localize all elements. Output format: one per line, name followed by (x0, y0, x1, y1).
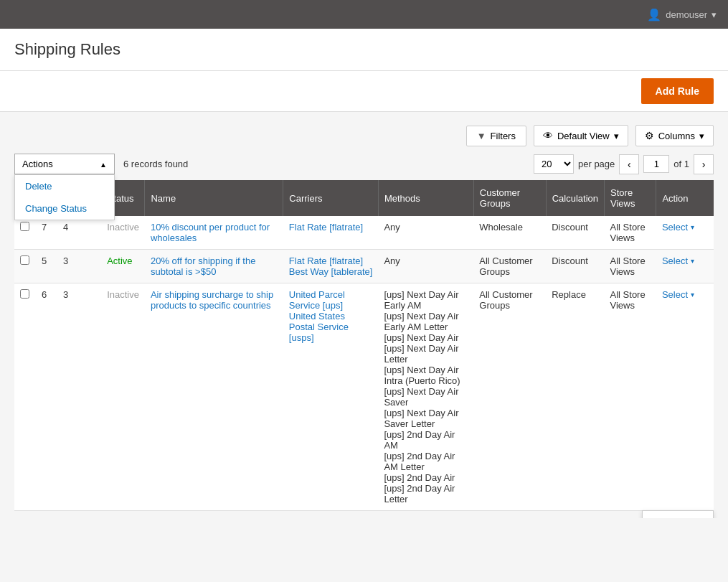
page-number-input[interactable] (643, 155, 669, 173)
row-checkbox[interactable] (20, 255, 29, 265)
table-row: 74Inactive10% discount per product for w… (14, 216, 714, 250)
th-action: Action (656, 180, 714, 216)
row-id: 5 (36, 250, 57, 283)
actions-change-status-item[interactable]: Change Status (15, 197, 114, 220)
select-arrow-icon: ▾ (691, 223, 694, 231)
row-status: Inactive (101, 216, 145, 250)
row-methods: Any (378, 250, 473, 283)
default-view-button[interactable]: Default View ▾ (534, 125, 628, 146)
filters-label: Filters (491, 131, 516, 141)
row-carriers: United Parcel Service [ups]United States… (283, 283, 379, 511)
actions-delete-item[interactable]: Delete (15, 175, 114, 197)
row-calculation: Discount (546, 216, 604, 250)
row-name-link[interactable]: 10% discount per product for wholesales (151, 222, 270, 243)
row-checkbox-cell (14, 216, 36, 250)
filter-icon: ▼ (477, 131, 486, 141)
row-calculation: Replace (546, 283, 604, 511)
row-customer-groups: All Customer Groups (473, 283, 546, 511)
row-priority: 3 (57, 250, 101, 283)
gear-icon (645, 130, 654, 141)
page-next-button[interactable]: › (694, 154, 714, 174)
actions-dropdown: Actions Delete Change Status (14, 154, 115, 174)
row-checkbox[interactable] (20, 222, 29, 231)
grid-toolbar: ▼ Filters Default View ▾ Columns ▾ (14, 125, 714, 146)
row-id: 6 (36, 283, 57, 511)
pagination: 20 50 100 per page ‹ of 1 › (534, 154, 714, 174)
row-priority: 3 (57, 283, 101, 511)
eye-icon (543, 130, 553, 141)
row-checkbox-cell (14, 250, 36, 283)
user-dropdown-arrow[interactable]: ▾ (712, 9, 717, 20)
row-methods: [ups] Next Day Air Early AM[ups] Next Da… (378, 283, 473, 511)
content-area: ▼ Filters Default View ▾ Columns ▾ Actio… (0, 112, 728, 518)
actions-label: Actions (22, 159, 53, 169)
select-arrow-icon: ▾ (691, 291, 694, 299)
row-carriers: Flat Rate [flatrate] (283, 216, 379, 250)
row-priority: 4 (57, 216, 101, 250)
row-status: Active (101, 250, 145, 283)
default-view-label: Default View (557, 131, 610, 141)
select-arrow-icon: ▾ (691, 257, 694, 265)
row-action-cell: Select ▾EditDuplicate (656, 283, 714, 511)
row-select-button[interactable]: Select ▾ (662, 255, 694, 266)
actions-arrow-icon (100, 159, 107, 169)
row-methods: Any (378, 216, 473, 250)
top-bar: 👤 demouser ▾ (0, 0, 728, 29)
th-name: Name (145, 180, 283, 216)
actions-button[interactable]: Actions (14, 154, 115, 174)
row-status: Inactive (101, 283, 145, 511)
th-carriers: Carriers (283, 180, 379, 216)
row-calculation: Discount (546, 250, 604, 283)
th-calculation: Calculation (546, 180, 604, 216)
row-action-cell: Select ▾ (656, 250, 714, 283)
row-name[interactable]: 10% discount per product for wholesales (145, 216, 283, 250)
columns-label: Columns (658, 131, 695, 141)
add-rule-button[interactable]: Add Rule (641, 78, 714, 104)
row-select-button[interactable]: Select ▾ (662, 222, 694, 233)
page-prev-button[interactable]: ‹ (619, 154, 639, 174)
toolbar-top: Add Rule (0, 71, 728, 112)
row-store-views: All Store Views (605, 250, 656, 283)
row-name[interactable]: Air shipping surcharge to ship products … (145, 283, 283, 511)
table-header-row: ID Priority Status Name Carriers Methods… (14, 180, 714, 216)
row-name-link[interactable]: 20% off for shipping if the subtotal is … (151, 255, 255, 277)
page-header: Shipping Rules (0, 29, 728, 71)
per-page-label: per page (578, 159, 615, 169)
records-count: 6 records found (123, 159, 188, 169)
row-select-button[interactable]: Select ▾ (662, 289, 694, 300)
actions-dropdown-menu: Delete Change Status (14, 174, 115, 220)
row-carriers: Flat Rate [flatrate]Best Way [tablerate] (283, 250, 379, 283)
table-row: 53Active20% off for shipping if the subt… (14, 250, 714, 283)
row-id: 7 (36, 216, 57, 250)
actions-bar: Actions Delete Change Status 6 records f… (14, 154, 714, 174)
username-label: demouser (666, 9, 707, 20)
row-customer-groups: Wholesale (473, 216, 546, 250)
page-of-label: of 1 (673, 159, 689, 169)
view-dropdown-arrow: ▾ (614, 131, 619, 141)
user-info: 👤 demouser ▾ (647, 8, 717, 22)
table-row: 63InactiveAir shipping surcharge to ship… (14, 283, 714, 511)
row-name-link[interactable]: Air shipping surcharge to ship products … (151, 289, 273, 311)
per-page-select[interactable]: 20 50 100 (534, 154, 574, 174)
row-checkbox[interactable] (20, 289, 29, 299)
columns-dropdown-arrow: ▾ (699, 131, 704, 141)
row-action-dropdown-menu: EditDuplicate (642, 510, 714, 518)
row-store-views: All Store Views (605, 283, 656, 511)
row-store-views: All Store Views (605, 216, 656, 250)
row-customer-groups: All Customer Groups (473, 250, 546, 283)
row-action-cell: Select ▾ (656, 216, 714, 250)
th-customer-groups: Customer Groups (473, 180, 546, 216)
row-action-menu-item-edit[interactable]: Edit (643, 511, 713, 518)
page-title: Shipping Rules (14, 40, 714, 59)
user-icon: 👤 (647, 8, 661, 22)
th-methods: Methods (378, 180, 473, 216)
row-checkbox-cell (14, 283, 36, 511)
shipping-rules-table: ID Priority Status Name Carriers Methods… (14, 180, 714, 511)
filters-button[interactable]: ▼ Filters (466, 126, 526, 146)
columns-button[interactable]: Columns ▾ (635, 125, 714, 146)
row-name[interactable]: 20% off for shipping if the subtotal is … (145, 250, 283, 283)
th-store-views: Store Views (605, 180, 656, 216)
